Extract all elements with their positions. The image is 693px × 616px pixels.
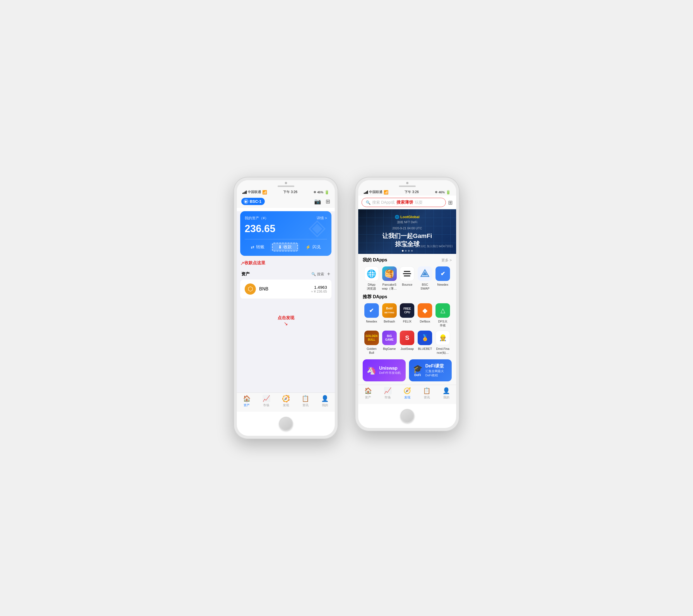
carrier-right: 中国联通 bbox=[369, 190, 382, 195]
rec-bethash[interactable]: Bet#BETTING Bethash bbox=[380, 303, 398, 327]
receive-annotation-area: ↗ 收款点这里 bbox=[240, 259, 332, 267]
right-nav-market[interactable]: 📈 市场 bbox=[378, 387, 397, 399]
left-status-left: 中国联通 📶 bbox=[242, 190, 267, 195]
right-nav-discover[interactable]: 🧭 发现 bbox=[397, 387, 417, 399]
right-nav-news[interactable]: 📋 资讯 bbox=[417, 387, 437, 399]
search-suffix: 玩耍 bbox=[415, 200, 423, 205]
rec-dmdfinance[interactable]: 👷 Dmd.Finance(钻… bbox=[434, 331, 452, 355]
right-nav-assets-icon: 🏠 bbox=[364, 387, 372, 395]
banner-title: 让我们一起GamFi 掠宝全球 bbox=[382, 232, 432, 248]
rec-justswap[interactable]: S JustSwap bbox=[398, 331, 416, 355]
uniswap-title: Uniswap bbox=[379, 366, 401, 371]
promo-defi[interactable]: 🎓 DeFi DeFi课堂 汇集全网最火DeFi教程 bbox=[409, 359, 452, 381]
rec-biggame-icon: BiGGAME bbox=[382, 331, 397, 345]
nav-assets-icon: 🏠 bbox=[243, 395, 251, 402]
banner-content: 🌐 LootGlobal 游戏 NFT DeFi 2020-9-21 04:00… bbox=[382, 215, 432, 248]
defi-title: DeFi课堂 bbox=[425, 363, 448, 369]
asset-card: ◈ 我的资产（¥） 详情 > 236.65 ⇄ 转账 bbox=[240, 211, 332, 256]
my-dapps-more[interactable]: 更多 > bbox=[441, 258, 452, 263]
right-nav-profile[interactable]: 👤 我的 bbox=[437, 387, 456, 399]
rec-justswap-icon: S bbox=[400, 331, 414, 345]
recommended-row-2: GOLDENBULL GoldenBull BiGGAME BigGame bbox=[363, 331, 452, 355]
right-nav-market-icon: 📈 bbox=[384, 387, 391, 395]
receive-btn[interactable]: ⬇ 收款 bbox=[272, 243, 298, 251]
nav-discover[interactable]: 🧭 发现 bbox=[276, 395, 295, 407]
flash-btn[interactable]: ⚡ 闪兑 bbox=[300, 243, 326, 251]
signal-icon bbox=[242, 191, 246, 194]
annotation-text-discover: 点击发现 bbox=[278, 315, 294, 320]
right-status-left: 中国联通 📶 bbox=[364, 190, 388, 195]
right-home-button[interactable] bbox=[400, 409, 414, 423]
search-input-box[interactable]: 🔍 搜索 DApp或 搜索薄饼 玩耍 bbox=[361, 198, 446, 207]
recommended-header: 推荐 DApps bbox=[363, 294, 452, 300]
nav-news[interactable]: 📋 资讯 bbox=[296, 395, 315, 407]
bnb-asset-item[interactable]: ⬡ BNB 1.4963 ≈ ¥ 236.65 bbox=[240, 280, 332, 299]
battery-icon-left: 🔋 bbox=[324, 190, 329, 195]
location-icon-left: ⊕ bbox=[314, 190, 316, 194]
scan-icon[interactable]: ⊞ bbox=[448, 199, 453, 206]
right-nav-assets[interactable]: 🏠 资产 bbox=[358, 387, 378, 399]
rec-felix[interactable]: FREECPU FELIX bbox=[398, 303, 416, 327]
promo-uniswap[interactable]: 🦄 Uniswap DeFi牛市发动机 bbox=[363, 359, 405, 381]
nav-market[interactable]: 📈 市场 bbox=[256, 395, 276, 407]
search-icon-right: 🔍 bbox=[366, 200, 371, 205]
dapp-bounce-name: Bounce bbox=[402, 283, 412, 286]
annotation-text-receive: 收款点这里 bbox=[244, 260, 265, 265]
rec-goldenbull-icon: GOLDENBULL bbox=[364, 331, 379, 345]
camera-left bbox=[285, 182, 287, 184]
uniswap-text: Uniswap DeFi牛市发动机 bbox=[379, 366, 401, 375]
dapp-bounce[interactable]: Bounce bbox=[398, 266, 416, 291]
left-screen: ◈ 我的资产（¥） 详情 > 236.65 ⇄ 转账 bbox=[237, 211, 335, 393]
nav-discover-label: 发现 bbox=[283, 403, 289, 407]
rec-bethash-icon: Bet#BETTING bbox=[382, 303, 397, 318]
right-status-right: ⊕ 46% 🔋 bbox=[435, 190, 451, 195]
rec-biggame-name: BigGame bbox=[383, 347, 396, 351]
wifi-icon-right: 📶 bbox=[383, 190, 388, 195]
uniswap-icon: 🦄 bbox=[367, 366, 376, 375]
nav-market-label: 市场 bbox=[263, 403, 269, 407]
right-nav-news-label: 资讯 bbox=[424, 395, 430, 399]
rec-bluebet-name: BLUEBET bbox=[418, 347, 432, 351]
speaker-left bbox=[278, 185, 294, 187]
my-dapps-section: 我的 DApps 更多 > 🌐 DApp浏览器 🥞 bbox=[358, 254, 456, 292]
bnb-icon: ⬡ bbox=[245, 283, 256, 295]
right-bottom-nav: 🏠 资产 📈 市场 🧭 发现 📋 资讯 👤 我的 bbox=[358, 385, 456, 404]
wifi-icon-left: 📶 bbox=[262, 190, 267, 195]
qrcode-icon[interactable]: ⊞ bbox=[325, 198, 330, 205]
defi-icon: 🎓 bbox=[413, 364, 423, 373]
rec-goldenbull[interactable]: GOLDENBULL GoldenBull bbox=[363, 331, 380, 355]
rec-newdex[interactable]: ✔ Newdex bbox=[363, 303, 380, 327]
camera-icon[interactable]: 📷 bbox=[314, 198, 321, 205]
action-divider-2 bbox=[299, 243, 299, 251]
bscswap-svg bbox=[420, 269, 430, 279]
dapp-browser[interactable]: 🌐 DApp浏览器 bbox=[363, 266, 380, 291]
dapp-newdex[interactable]: ✔ Newdex bbox=[434, 266, 452, 291]
banner-logo: 🌐 LootGlobal bbox=[382, 215, 432, 219]
rec-bluebet[interactable]: 🏅 BLUEBET bbox=[416, 331, 434, 355]
uniswap-subtitle: DeFi牛市发动机 bbox=[379, 371, 401, 375]
left-status-bar: 中国联通 📶 下午 3:26 ⊕ 46% 🔋 bbox=[237, 188, 335, 196]
banner-dots bbox=[402, 250, 413, 252]
nav-assets[interactable]: 🏠 资产 bbox=[237, 395, 256, 407]
transfer-btn[interactable]: ⇄ 转账 bbox=[245, 243, 270, 251]
action-divider-1 bbox=[271, 243, 271, 251]
bsc-badge[interactable]: ▶ BSC-1 bbox=[241, 198, 265, 205]
rec-biggame[interactable]: BiGGAME BigGame bbox=[380, 331, 398, 355]
nav-market-icon: 📈 bbox=[262, 395, 270, 402]
rec-dfs[interactable]: △ DFS大丰收 bbox=[434, 303, 452, 327]
nav-profile[interactable]: 👤 我的 bbox=[315, 395, 335, 407]
search-btn[interactable]: 🔍 搜索 bbox=[311, 272, 324, 277]
detail-link[interactable]: 详情 > bbox=[317, 216, 327, 221]
right-nav-profile-icon: 👤 bbox=[442, 387, 450, 395]
dapp-pancake[interactable]: 🥞 PancakeSwap（薄… bbox=[380, 266, 398, 291]
rec-bluebet-icon: 🏅 bbox=[418, 331, 432, 345]
add-asset-btn[interactable]: + bbox=[327, 271, 330, 277]
bnb-values: 1.4963 ≈ ¥ 236.65 bbox=[311, 285, 327, 294]
dapp-bscswap[interactable]: BSCSWAP bbox=[416, 266, 434, 291]
nav-discover-dashed-circle: 🧭 bbox=[282, 395, 290, 402]
discover-annotation: 点击发现 ↘ bbox=[278, 315, 294, 327]
left-phone: 中国联通 📶 下午 3:26 ⊕ 46% 🔋 ▶ BSC-1 📷 bbox=[234, 177, 338, 439]
right-nav-discover-label: 发现 bbox=[404, 395, 410, 399]
rec-defibox[interactable]: ◆ Defibox bbox=[416, 303, 434, 327]
left-home-button[interactable] bbox=[279, 417, 293, 431]
